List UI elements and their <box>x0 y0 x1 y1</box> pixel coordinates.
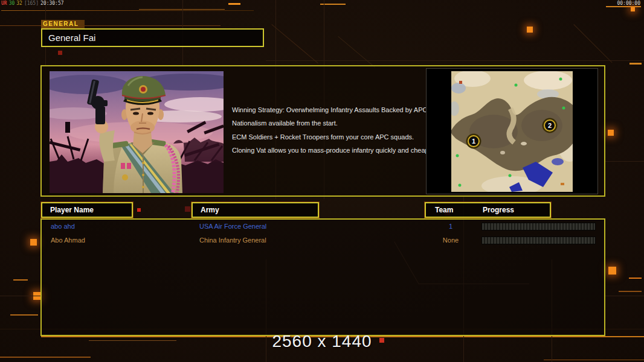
header-team: Team <box>435 203 453 217</box>
strategy-line: Cloning Vat allows you to mass-produce i… <box>232 147 425 160</box>
general-name-box: General Fai <box>41 28 264 47</box>
circuit-line <box>266 60 644 61</box>
load-progress-bar <box>481 237 596 244</box>
circuit-line <box>0 296 40 296</box>
svg-text:2: 2 <box>548 122 552 129</box>
svg-text:1: 1 <box>472 138 475 145</box>
debug-bracket: [165] <box>24 1 39 6</box>
start-position-2: 2 <box>543 119 556 132</box>
player-row: Abo Ahmad China Infantry General None <box>42 235 604 246</box>
general-tab-label: GENERAL <box>41 20 85 28</box>
start-position-1: 1 <box>467 135 480 148</box>
player-name: abo ahd <box>51 223 75 230</box>
glow-square <box>631 7 635 11</box>
circuit-line <box>1 10 254 11</box>
circuit-line <box>139 9 225 10</box>
debug-clock: 20:30:57 <box>40 1 64 6</box>
circuit-line <box>605 296 644 296</box>
player-list-panel: abo ahd USA Air Force General 1 Abo Ahma… <box>40 218 605 336</box>
map-marker-red <box>459 81 462 84</box>
player-row: abo ahd USA Air Force General 1 <box>42 221 604 232</box>
map-marker-orange <box>561 183 564 185</box>
general-info-panel: Winning Strategy: Overwhelming Infantry … <box>40 65 605 197</box>
resolution-label: 2560 x 1440 <box>0 332 644 351</box>
circuit-line <box>13 279 28 281</box>
debug-overlay: UR3032[165]20:30:57 <box>1 1 66 6</box>
circuit-line <box>0 25 221 26</box>
load-progress-bar <box>481 223 596 230</box>
strategy-line: Winning Strategy: Overwhelming Infantry … <box>232 106 425 119</box>
header-progress: Progress <box>483 203 514 217</box>
general-portrait <box>50 71 224 193</box>
player-army: China Infantry General <box>199 237 266 244</box>
circuit-line <box>544 360 644 360</box>
circuit-line <box>573 24 612 63</box>
header-player-name: Player Name <box>41 202 133 218</box>
dim-square <box>58 51 62 55</box>
circuit-line <box>606 6 641 7</box>
circuit-line <box>228 3 240 5</box>
glow-square <box>527 27 533 33</box>
player-team: 1 <box>427 223 475 230</box>
circuit-line <box>271 24 318 63</box>
general-name: General Fai <box>48 33 95 43</box>
debug-fps: 30 <box>9 1 15 6</box>
circuit-line <box>630 63 642 65</box>
player-team: None <box>427 237 475 244</box>
glow-square <box>608 267 616 275</box>
circuit-line <box>629 278 642 279</box>
minimap-panel: 1 2 <box>426 68 598 194</box>
header-team-progress: Team Progress <box>425 202 551 218</box>
header-army: Army <box>192 202 319 218</box>
circuit-line <box>338 36 375 68</box>
circuit-line <box>605 161 644 162</box>
player-name: Abo Ahmad <box>51 237 85 244</box>
circuit-line <box>0 357 91 358</box>
strategy-text: Winning Strategy: Overwhelming Infantry … <box>232 106 425 160</box>
minimap: 1 2 <box>451 71 573 192</box>
circuit-line <box>619 291 642 292</box>
strategy-line: Nationalism available from the start. <box>232 119 425 133</box>
player-army: USA Air Force General <box>199 223 266 230</box>
debug-value: 32 <box>16 1 22 6</box>
glow-square <box>608 130 614 136</box>
match-timer: 00:00:00 <box>617 1 640 6</box>
game-lobby-screen: UR3032[165]20:30:57 00:00:00 GENERAL Gen… <box>0 0 644 362</box>
circuit-line <box>10 314 38 316</box>
debug-label: UR <box>1 1 7 6</box>
dim-square <box>185 206 190 212</box>
dim-square <box>137 208 141 212</box>
strategy-line: ECM Soldiers + Rocket Troopers form your… <box>232 133 425 147</box>
glow-square <box>30 239 37 246</box>
